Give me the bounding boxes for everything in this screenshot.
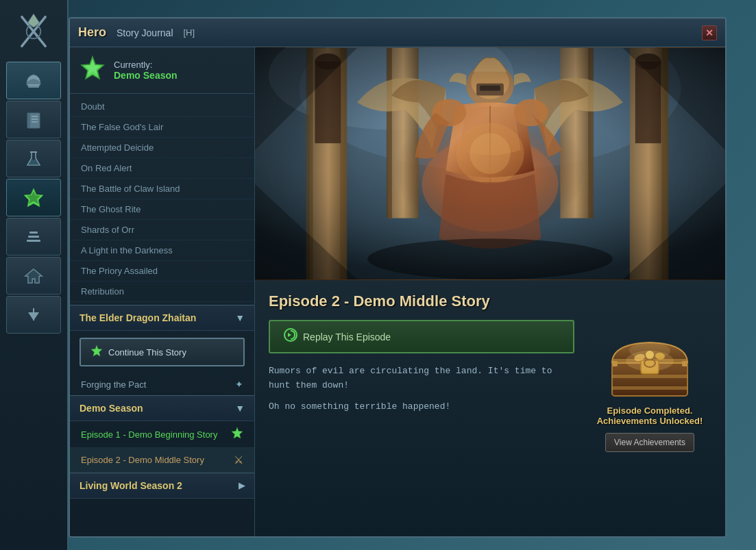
sidebar-item-flask[interactable] — [6, 140, 61, 177]
replay-label: Replay This Episode — [303, 332, 391, 342]
svg-rect-15 — [27, 240, 40, 242]
sidebar-logo — [8, 5, 60, 57]
episode-1-label: Episode 1 - Demo Beginning Story — [81, 429, 217, 440]
sidebar-item-book[interactable] — [6, 101, 61, 138]
currently-value: Demo Season — [114, 70, 178, 81]
episode-2-label: Episode 2 - Demo Middle Story — [81, 455, 204, 465]
replay-icon — [284, 328, 297, 345]
content-area: Currently: Demo Season Doubt The False G… — [70, 47, 725, 536]
elder-dragon-section-header[interactable]: The Elder Dragon Zhaitan ▼ — [70, 305, 254, 331]
green-star-icon — [80, 55, 106, 85]
info-area: Episode 2 - Demo Middle Story — [255, 280, 725, 536]
left-panel-wrapper: Currently: Demo Season Doubt The False G… — [70, 47, 255, 536]
list-item[interactable]: The Priory Assailed — [70, 261, 254, 282]
svg-marker-23 — [232, 427, 243, 438]
window-subtitle: Story Journal — [117, 27, 173, 38]
episode-description-2: Oh no something terrible happened! — [269, 400, 574, 414]
list-item[interactable]: On Red Alert — [70, 158, 254, 179]
svg-marker-22 — [91, 345, 102, 356]
sidebar-item-house[interactable] — [6, 257, 61, 295]
svg-rect-68 — [682, 361, 687, 366]
view-achievements-button[interactable]: View Achievements — [605, 433, 694, 452]
svg-rect-59 — [612, 386, 687, 390]
currently-text: Currently: Demo Season — [114, 60, 178, 81]
list-item[interactable]: The False God's Lair — [70, 117, 254, 138]
left-panel: Currently: Demo Season Doubt The False G… — [70, 47, 255, 536]
demo-season-arrow: ▼ — [235, 403, 245, 414]
window-title: Hero — [78, 25, 106, 40]
story-list: Doubt The False God's Lair Attempted Dei… — [70, 94, 254, 305]
list-item[interactable]: The Battle of Claw Island — [70, 179, 254, 199]
episode-completed-line1: Episode Completed. — [607, 405, 693, 416]
svg-rect-53 — [255, 48, 725, 279]
list-item[interactable]: Attempted Deicide — [70, 138, 254, 158]
forging-pact-item[interactable]: Forging the Pact ✦ — [70, 373, 254, 395]
treasure-chest-icon — [602, 323, 698, 399]
episode-description-1: Rumors of evil are circulating the land.… — [269, 364, 574, 393]
sidebar — [0, 0, 69, 550]
currently-section: Currently: Demo Season — [70, 47, 254, 94]
close-button[interactable]: ✕ — [702, 25, 717, 40]
svg-rect-58 — [612, 375, 687, 378]
outer-wrapper: Hero Story Journal [H] ✕ — [0, 0, 756, 550]
episode-item-2[interactable]: Episode 2 - Demo Middle Story ⚔ — [70, 448, 254, 473]
info-right: Episode Completed. Achievements Unlocked… — [588, 320, 711, 452]
info-left: Replay This Episode Rumors of evil are c… — [269, 320, 574, 452]
list-item[interactable]: Retribution — [70, 282, 254, 302]
elder-dragon-arrow: ▼ — [235, 312, 245, 323]
list-item[interactable]: A Light in the Darkness — [70, 240, 254, 261]
episode-art-area — [255, 47, 725, 280]
achievements-unlocked-text: Achievements Unlocked! — [597, 416, 703, 426]
forging-pact-icon: ✦ — [235, 379, 243, 390]
replay-episode-button[interactable]: Replay This Episode — [269, 320, 574, 353]
svg-point-66 — [629, 342, 670, 359]
main-window: Hero Story Journal [H] ✕ — [69, 17, 727, 538]
title-bar: Hero Story Journal [H] ✕ — [70, 18, 725, 47]
svg-rect-6 — [27, 113, 30, 128]
episode-item-1[interactable]: Episode 1 - Demo Beginning Story — [70, 421, 254, 448]
demo-season-title: Demo Season — [80, 403, 143, 414]
svg-marker-55 — [288, 333, 291, 337]
sidebar-item-star[interactable] — [6, 179, 61, 216]
episode-2-icon: ⚔ — [234, 453, 243, 466]
right-panel: Episode 2 - Demo Middle Story — [255, 47, 725, 536]
info-content: Replay This Episode Rumors of evil are c… — [269, 320, 711, 452]
svg-rect-14 — [29, 232, 38, 234]
demo-season-section-header[interactable]: Demo Season ▼ — [70, 395, 254, 421]
list-item[interactable]: Shards of Orr — [70, 220, 254, 240]
episode-art — [255, 47, 725, 280]
living-world-section-header[interactable]: Living World Season 2 ▶ — [70, 473, 254, 499]
continue-star-icon — [90, 345, 103, 360]
currently-label: Currently: — [114, 60, 178, 70]
continue-story-label: Continue This Story — [108, 347, 186, 358]
svg-rect-67 — [612, 361, 618, 366]
chest-area: Episode Completed. Achievements Unlocked… — [597, 323, 703, 452]
window-hotkey: [H] — [184, 27, 195, 38]
sidebar-item-tools[interactable] — [6, 218, 61, 255]
continue-story-button[interactable]: Continue This Story — [80, 338, 245, 366]
svg-rect-4 — [28, 86, 39, 88]
forging-pact-label: Forging the Pact — [81, 379, 146, 390]
episode-detail-title: Episode 2 - Demo Middle Story — [269, 292, 711, 310]
episode-1-icon — [231, 427, 243, 442]
svg-rect-13 — [28, 236, 39, 238]
list-item[interactable]: The Ghost Rite — [70, 199, 254, 220]
sidebar-item-helmet[interactable] — [6, 62, 61, 99]
episode-completed-text: Episode Completed. Achievements Unlocked… — [597, 405, 703, 426]
elder-dragon-title: The Elder Dragon Zhaitan — [80, 312, 196, 323]
list-item[interactable]: Doubt — [70, 97, 254, 117]
living-world-arrow: ▶ — [239, 481, 245, 490]
sidebar-item-arrow-down[interactable] — [6, 296, 61, 334]
living-world-title: Living World Season 2 — [80, 480, 182, 491]
